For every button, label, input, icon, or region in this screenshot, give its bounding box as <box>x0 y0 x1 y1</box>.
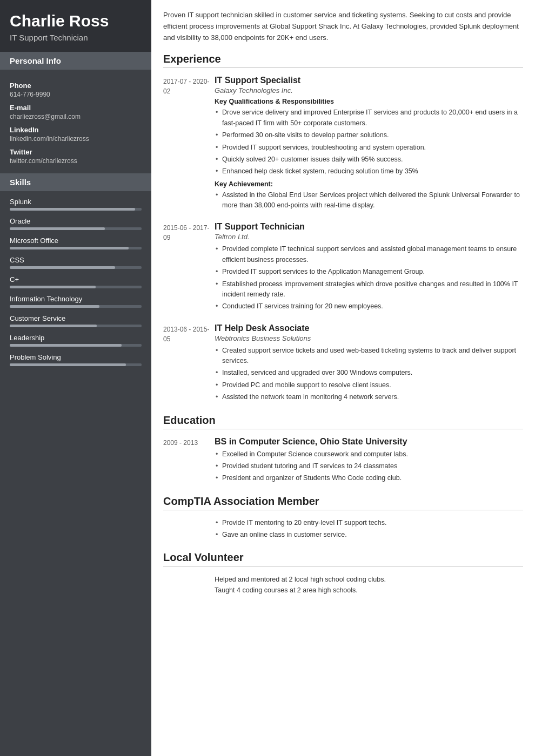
twitter-label: Twitter <box>10 148 142 156</box>
experience-section: 2017-07 - 2020-02 IT Support Specialist … <box>163 76 523 404</box>
experience-entry: 2013-06 - 2015-05 IT Help Desk Associate… <box>163 323 523 404</box>
skill-bar-fill <box>10 363 126 366</box>
exp-content: IT Help Desk Associate Webtronics Busine… <box>215 323 523 404</box>
exp-bullet: Drove service delivery and improved Ente… <box>215 107 523 129</box>
skill-bar-fill <box>10 208 135 211</box>
email-label: E-mail <box>10 104 142 112</box>
exp-dates: 2013-06 - 2015-05 <box>163 323 215 404</box>
skill-bar-background <box>10 363 142 366</box>
edu-content: BS in Computer Science, Ohio State Unive… <box>215 437 523 485</box>
experience-entry: 2017-07 - 2020-02 IT Support Specialist … <box>163 76 523 212</box>
skill-name: Leadership <box>10 334 142 342</box>
skill-name: Problem Solving <box>10 353 142 361</box>
skill-name: Oracle <box>10 217 142 225</box>
edu-bullet: Excelled in Computer Science coursework … <box>215 449 523 460</box>
skill-name: Microsoft Office <box>10 237 142 245</box>
skill-name: Splunk <box>10 198 142 206</box>
exp-dates: 2017-07 - 2020-02 <box>163 76 215 212</box>
volunteer-heading: Local Volunteer <box>163 551 523 566</box>
edu-bullets: Excelled in Computer Science coursework … <box>215 449 523 484</box>
phone-label: Phone <box>10 82 142 90</box>
exp-bullet: Assisted the network team in monitoring … <box>215 392 523 402</box>
twitter-value: twitter.com/charliezross <box>10 157 142 165</box>
exp-bullet: Provided PC and mobile support to resolv… <box>215 380 523 390</box>
edu-bullet: President and organizer of Students Who … <box>215 473 523 483</box>
skill-bar-fill <box>10 266 115 269</box>
exp-content: IT Support Specialist Galaxy Technologie… <box>215 76 523 212</box>
skill-item: Information Technology <box>10 295 142 308</box>
comptia-bullets: Provide IT mentoring to 20 entry-level I… <box>215 518 523 541</box>
skill-name: Customer Service <box>10 314 142 322</box>
skill-item: Splunk <box>10 198 142 211</box>
exp-bullet: Established process improvement strategi… <box>215 279 523 300</box>
skill-name: Information Technology <box>10 295 142 303</box>
volunteer-section: Helped and mentored at 2 local high scho… <box>163 574 523 596</box>
skill-name: CSS <box>10 256 142 264</box>
skill-bar-fill <box>10 227 105 230</box>
skill-bar-fill <box>10 247 129 249</box>
comptia-entry: Provide IT mentoring to 20 entry-level I… <box>163 518 523 542</box>
exp-bullet: Provided IT support services, troublesho… <box>215 143 523 153</box>
skill-bar-background <box>10 227 142 230</box>
edu-degree: BS in Computer Science, Ohio State Unive… <box>215 437 523 447</box>
exp-company: Galaxy Technologies Inc. <box>215 86 523 94</box>
experience-heading: Experience <box>163 53 523 68</box>
skill-bar-background <box>10 344 142 347</box>
skill-bar-background <box>10 325 142 327</box>
edu-dates: 2009 - 2013 <box>163 437 215 485</box>
comptia-section: Provide IT mentoring to 20 entry-level I… <box>163 518 523 542</box>
exp-bullets: Drove service delivery and improved Ente… <box>215 107 523 177</box>
skill-item: Microsoft Office <box>10 237 142 249</box>
exp-job-title: IT Support Specialist <box>215 76 523 85</box>
comptia-heading: CompTIA Association Member <box>163 495 523 510</box>
skill-bar-background <box>10 266 142 269</box>
skill-item: Oracle <box>10 217 142 230</box>
skill-item: Customer Service <box>10 314 142 327</box>
skill-item: C+ <box>10 275 142 288</box>
education-heading: Education <box>163 414 523 429</box>
exp-job-title: IT Support Technician <box>215 222 523 232</box>
volunteer-item: Taught 4 coding courses at 2 area high s… <box>163 585 523 596</box>
exp-bullet: Installed, serviced and upgraded over 30… <box>215 368 523 378</box>
skill-bar-fill <box>10 305 99 308</box>
sidebar: Charlie Ross IT Support Technician Perso… <box>0 0 151 756</box>
skills-heading: Skills <box>0 173 151 191</box>
exp-bullet: Provided IT support services to the Appl… <box>215 267 523 277</box>
exp-bullet: Assisted in the Global End User Services… <box>215 190 523 211</box>
candidate-name: Charlie Ross <box>10 12 142 30</box>
linkedin-label: LinkedIn <box>10 126 142 134</box>
experience-entry: 2015-06 - 2017-09 IT Support Technician … <box>163 222 523 313</box>
comptia-dates <box>163 518 215 542</box>
summary-text: Proven IT support technician skilled in … <box>163 10 523 43</box>
comptia-bullet: Gave an online class in customer service… <box>215 530 523 540</box>
email-value: charliezross@gmail.com <box>10 113 142 120</box>
skill-bar-fill <box>10 344 122 347</box>
comptia-content: Provide IT mentoring to 20 entry-level I… <box>215 518 523 542</box>
exp-subheading: Key Achievement: <box>215 180 523 188</box>
personal-info-heading: Personal Info <box>0 52 151 70</box>
skill-bar-background <box>10 286 142 288</box>
exp-company: Webtronics Business Solutions <box>215 334 523 342</box>
exp-content: IT Support Technician Teltron Ltd. Provi… <box>215 222 523 313</box>
skill-item: Leadership <box>10 334 142 347</box>
skill-bar-background <box>10 208 142 211</box>
exp-bullet: Created support service tickets and used… <box>215 346 523 367</box>
exp-subheading: Key Qualifications & Responsibilities <box>215 98 523 105</box>
main-content: Proven IT support technician skilled in … <box>151 0 535 756</box>
skill-bar-background <box>10 305 142 308</box>
skill-item: CSS <box>10 256 142 269</box>
exp-bullet: Enhanced help desk ticket system, reduci… <box>215 166 523 177</box>
exp-bullet: Conducted IT services training for 20 ne… <box>215 301 523 312</box>
sidebar-header: Charlie Ross IT Support Technician <box>0 0 151 52</box>
skills-section: Splunk Oracle Microsoft Office CSS C+ In… <box>0 191 151 381</box>
exp-bullet: Provided complete IT technical support s… <box>215 244 523 265</box>
exp-bullets: Created support service tickets and used… <box>215 346 523 403</box>
edu-bullet: Provided student tutoring and IT service… <box>215 461 523 471</box>
personal-info-section: Phone 614-776-9990 E-mail charliezross@g… <box>0 70 151 173</box>
phone-value: 614-776-9990 <box>10 91 142 98</box>
skill-item: Problem Solving <box>10 353 142 366</box>
candidate-title: IT Support Technician <box>10 33 142 42</box>
education-entry: 2009 - 2013 BS in Computer Science, Ohio… <box>163 437 523 485</box>
exp-company: Teltron Ltd. <box>215 233 523 241</box>
exp-bullets: Provided complete IT technical support s… <box>215 244 523 312</box>
